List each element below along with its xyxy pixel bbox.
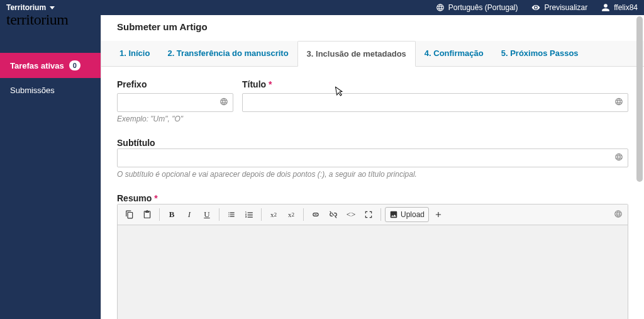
title-label: Título * <box>242 79 628 89</box>
journal-context-label: Territorium <box>6 3 46 12</box>
toolbar-separator <box>219 208 219 221</box>
preview-site-link[interactable]: Previsualizar <box>531 3 587 12</box>
fullscreen-button[interactable] <box>360 207 377 222</box>
tab-start[interactable]: 1. Início <box>111 41 158 66</box>
tab-confirmation[interactable]: 4. Confirmação <box>416 41 492 66</box>
globe-icon <box>614 210 623 220</box>
title-input[interactable] <box>242 93 628 112</box>
underline-button[interactable]: U <box>199 207 215 222</box>
insert-button[interactable] <box>430 207 447 222</box>
sidebar: territorium Tarefas ativas 0 Submissões <box>0 15 101 319</box>
tasks-count-badge: 0 <box>69 60 80 70</box>
upload-label: Upload <box>401 210 425 219</box>
subtitle-hint: O subtítulo é opcional e vai aparecer de… <box>117 170 628 179</box>
toolbar-separator <box>261 208 262 221</box>
prefix-input[interactable] <box>117 93 233 112</box>
tab-metadata[interactable]: 3. Inclusão de metadados <box>297 41 416 67</box>
abstract-textarea[interactable] <box>118 225 628 319</box>
italic-button[interactable]: I <box>181 207 197 222</box>
prefix-hint: Exemplo: "Um", "O" <box>117 115 233 123</box>
journal-context-selector[interactable]: Territorium <box>6 3 55 12</box>
bullet-list-button[interactable] <box>223 207 240 222</box>
topbar: Territorium Português (Portugal) Previsu… <box>0 0 644 15</box>
eye-icon <box>531 3 540 12</box>
code-button[interactable]: <> <box>343 207 359 222</box>
prefix-label: Prefixo <box>117 79 233 89</box>
subtitle-input[interactable] <box>117 148 628 167</box>
scrollbar-thumb[interactable] <box>636 16 643 182</box>
subtitle-label: Subtítulo <box>117 138 155 148</box>
scrollbar[interactable] <box>636 16 643 318</box>
sidebar-item-submissions[interactable]: Submissões <box>0 78 101 103</box>
page-title: Submeter um Artigo <box>117 21 628 32</box>
tab-next-steps[interactable]: 5. Próximos Passos <box>492 41 587 66</box>
preview-label: Previsualizar <box>544 3 587 12</box>
bold-button[interactable]: B <box>164 207 180 222</box>
toolbar-separator <box>380 208 381 221</box>
toolbar-separator <box>303 208 304 221</box>
paste-button[interactable] <box>139 207 155 222</box>
sidebar-item-tasks[interactable]: Tarefas ativas 0 <box>0 53 101 78</box>
copy-button[interactable] <box>121 207 138 222</box>
image-upload-button[interactable]: Upload <box>385 207 429 222</box>
unlink-button[interactable] <box>325 207 341 222</box>
user-menu[interactable]: ffelix84 <box>601 3 638 12</box>
username-label: ffelix84 <box>614 3 638 12</box>
chevron-down-icon <box>50 6 55 9</box>
globe-icon <box>436 3 445 12</box>
superscript-button[interactable]: x2 <box>265 207 282 222</box>
user-icon <box>601 3 610 12</box>
abstract-label: Resumo * <box>117 193 158 203</box>
language-label: Português (Portugal) <box>448 3 518 12</box>
sidebar-item-label: Submissões <box>10 86 55 95</box>
link-button[interactable] <box>308 207 324 222</box>
numbered-list-button[interactable] <box>241 207 257 222</box>
subscript-button[interactable]: x2 <box>283 207 299 222</box>
abstract-editor: B I U x2 x2 <box>117 204 628 319</box>
wizard-tabs: 1. Início 2. Transferência do manuscrito… <box>101 41 644 67</box>
tab-upload[interactable]: 2. Transferência do manuscrito <box>158 41 297 66</box>
sidebar-item-label: Tarefas ativas <box>10 61 64 70</box>
main-content: Submeter um Artigo 1. Início 2. Transfer… <box>101 15 644 319</box>
image-icon <box>389 210 398 219</box>
toolbar-separator <box>159 208 160 221</box>
language-selector[interactable]: Português (Portugal) <box>436 3 518 12</box>
editor-toolbar: B I U x2 x2 <box>118 204 628 225</box>
